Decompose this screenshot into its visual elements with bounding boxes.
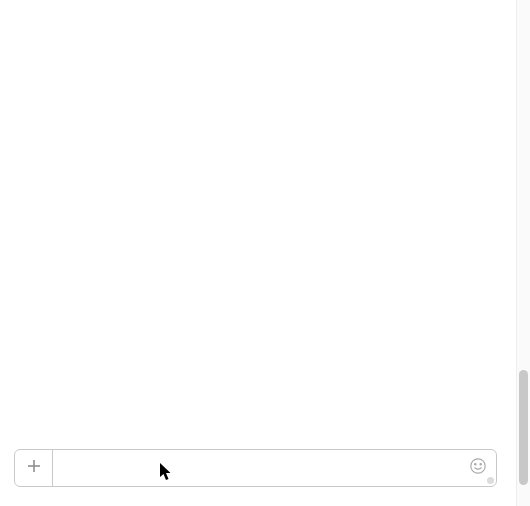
svg-point-3 xyxy=(475,463,476,464)
chat-content-area xyxy=(0,0,530,446)
scrollbar-thumb[interactable] xyxy=(519,370,528,485)
message-input-bar xyxy=(14,449,497,487)
scrollbar-track[interactable] xyxy=(516,0,530,506)
smile-icon xyxy=(469,457,487,479)
svg-point-2 xyxy=(471,459,485,473)
add-attachment-button[interactable] xyxy=(15,450,53,486)
resize-handle[interactable] xyxy=(487,477,494,484)
svg-point-4 xyxy=(480,463,481,464)
plus-icon xyxy=(26,458,42,478)
message-input[interactable] xyxy=(53,450,460,486)
